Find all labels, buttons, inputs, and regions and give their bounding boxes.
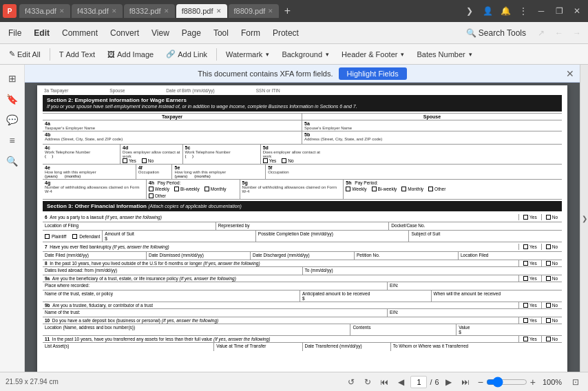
- menu-tool[interactable]: Tool: [208, 25, 234, 41]
- add-link-button[interactable]: 🔗 Add Link: [161, 47, 212, 61]
- search-icon: 🔍: [466, 28, 476, 38]
- menu-form[interactable]: Form: [235, 25, 266, 41]
- edit-all-label: Edit All: [17, 50, 41, 59]
- page-number-input[interactable]: [410, 376, 427, 388]
- tab-close-icon[interactable]: ✕: [164, 8, 169, 14]
- row9a-question: 9a Are you the beneficiary of a trust, e…: [43, 275, 519, 282]
- watermark-button[interactable]: Watermark: [221, 48, 274, 61]
- menu-edit[interactable]: Edit: [28, 25, 55, 41]
- pdf-page: 3a Taxpayer Spouse Date of Birth (mm/dd/…: [37, 85, 567, 372]
- tab-close-icon[interactable]: ✕: [268, 8, 273, 14]
- zoom-in-button[interactable]: +: [530, 377, 536, 388]
- section2-subtitle: If you or your spouse have self-employme…: [47, 104, 357, 109]
- zoom-slider[interactable]: [486, 377, 527, 388]
- tab-close-icon[interactable]: ✕: [216, 8, 222, 14]
- menu-protect[interactable]: Protect: [267, 25, 304, 41]
- tab-f8880[interactable]: f8880.pdf ✕: [176, 4, 227, 18]
- overflow-button[interactable]: ❯: [461, 4, 478, 18]
- tab-close-icon[interactable]: ✕: [59, 8, 65, 14]
- tab-f433a[interactable]: f433a.pdf ✕: [19, 4, 70, 18]
- pdf-area: This document contains XFA form fields. …: [25, 65, 580, 372]
- menu-view[interactable]: View: [146, 25, 175, 41]
- last-page-button[interactable]: ⏭: [459, 375, 472, 389]
- header-footer-button[interactable]: Header & Footer: [337, 48, 409, 61]
- notification-button[interactable]: 🔔: [497, 4, 514, 18]
- forward-button[interactable]: →: [569, 26, 585, 40]
- share-button[interactable]: ↗: [533, 26, 549, 40]
- zoom-out-button[interactable]: −: [478, 377, 483, 388]
- row11-assets: List Asset(s): [43, 343, 214, 351]
- next-page-button[interactable]: ▶: [442, 375, 456, 389]
- highlight-fields-button[interactable]: Highlight Fields: [339, 67, 407, 80]
- add-image-button[interactable]: 🖼 Add Image: [103, 48, 158, 61]
- row9b-name: Name of the trust:: [43, 309, 388, 317]
- top-label-ssn-member: SSN or ITIN: [256, 88, 280, 93]
- row11-yes: Yes: [519, 336, 542, 342]
- cell-4g: 4gNumber of withholding allowances claim…: [43, 180, 147, 199]
- sidebar-comments-icon[interactable]: 💬: [4, 112, 21, 128]
- avatar-button[interactable]: 👤: [479, 4, 496, 18]
- row7-no: No: [542, 244, 562, 250]
- section3-title: Section 3: Other Financial Information: [47, 203, 147, 209]
- back-button[interactable]: ←: [551, 26, 567, 40]
- sidebar-bookmarks-icon[interactable]: 🔖: [4, 91, 21, 107]
- row6-yes: Yes: [519, 214, 542, 220]
- tab-close-icon[interactable]: ✕: [112, 8, 117, 14]
- first-page-button[interactable]: ⏮: [377, 375, 391, 389]
- background-button[interactable]: Background: [277, 48, 334, 61]
- edit-all-icon: ✎: [9, 50, 15, 59]
- row7-filed: Date Filed (mm/dd/yy): [43, 252, 147, 260]
- tab-f8332[interactable]: f8332.pdf ✕: [124, 4, 175, 18]
- rotate-left-button[interactable]: ↺: [344, 375, 358, 389]
- toolbar-separator-2: [216, 48, 217, 61]
- row6-completion: Possible Completion Date (mm/dd/yy): [256, 231, 410, 242]
- form-row-4b-5b: 4bAddress (Street, City, State, and ZIP …: [43, 131, 562, 145]
- prev-page-button[interactable]: ◀: [394, 375, 408, 389]
- section3-row6: 6 Are you a party to a lawsuit (If yes, …: [43, 213, 562, 242]
- row6-plaintiff: Plaintiff Defendant: [43, 231, 103, 242]
- row9b-no: No: [542, 302, 562, 308]
- bates-number-button[interactable]: Bates Number: [412, 48, 476, 61]
- row10-no: No: [542, 317, 562, 324]
- titlebar-controls: ❯ 👤 🔔 ⋮ ─ ❐ ✕: [461, 4, 585, 18]
- tab-f433d[interactable]: f433d.pdf ✕: [72, 4, 123, 18]
- row6-represented: Represented by: [216, 222, 390, 230]
- row8-dates: Dates lived abroad: from (mm/dd/yy): [43, 267, 303, 275]
- cell-5g: 5gNumber of withholding allowances claim…: [240, 180, 344, 199]
- form-banner-close[interactable]: ✕: [566, 68, 574, 79]
- restore-button[interactable]: ❐: [551, 4, 567, 18]
- menu-convert[interactable]: Convert: [105, 25, 145, 41]
- row10-value: Value$: [456, 324, 562, 335]
- row11-question: 11 In the past 10 years, have you transf…: [43, 336, 519, 342]
- top-label-spouse: Spouse: [109, 88, 125, 93]
- row8-no: No: [542, 260, 562, 266]
- close-button[interactable]: ✕: [569, 4, 585, 18]
- cell-5c: 5cWork Telephone Number ( ): [183, 145, 261, 164]
- menu-comment[interactable]: Comment: [56, 25, 103, 41]
- sidebar-search-icon[interactable]: 🔍: [4, 153, 21, 169]
- fit-page-button[interactable]: ⊡: [569, 375, 582, 389]
- menu-file[interactable]: File: [3, 25, 27, 41]
- search-tools-label: Search Tools: [479, 28, 526, 38]
- edit-all-button[interactable]: ✎ Edit All: [4, 47, 45, 61]
- menu-page[interactable]: Page: [176, 25, 207, 41]
- new-tab-button[interactable]: +: [280, 4, 294, 18]
- background-label: Background: [282, 50, 322, 59]
- search-tools-button[interactable]: 🔍 Search Tools: [461, 26, 532, 40]
- section3-header: Section 3: Other Financial Information (…: [43, 201, 562, 211]
- row8-yes: Yes: [519, 260, 542, 266]
- cell-5b: 5bAddress (Street, City, State, and ZIP …: [302, 131, 562, 144]
- cell-5e: 5eHow long with this employer (years) (m…: [172, 165, 266, 179]
- rotate-right-button[interactable]: ↻: [361, 375, 375, 389]
- sidebar-layers-icon[interactable]: ≡: [4, 132, 21, 149]
- add-text-button[interactable]: T Add Text: [54, 48, 100, 61]
- top-label-date: Date of Birth (mm/dd/yy): [166, 88, 214, 93]
- section3-subtitle: (Attach copies of applicable documentati…: [148, 204, 242, 209]
- sidebar-thumbnails-icon[interactable]: ⊞: [4, 70, 21, 87]
- minimize-button[interactable]: ─: [533, 4, 549, 18]
- menu-button[interactable]: ⋮: [515, 4, 532, 18]
- right-sidebar-toggle[interactable]: ❯: [580, 65, 588, 372]
- row9a-when: When will the amount be received: [432, 290, 563, 302]
- row9b-yes: Yes: [519, 302, 542, 308]
- tab-f8809[interactable]: f8809.pdf ✕: [229, 4, 280, 18]
